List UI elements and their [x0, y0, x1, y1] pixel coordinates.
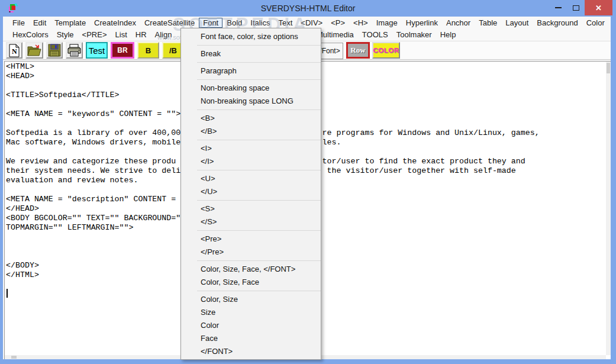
- font-menu-item-close-s[interactable]: </S>: [181, 215, 321, 228]
- menu-div[interactable]: <DIV>: [296, 18, 327, 28]
- horizontal-scrollbar-thumb[interactable]: [11, 356, 17, 359]
- menu-font[interactable]: Font: [199, 18, 222, 28]
- menu-template[interactable]: Template: [50, 18, 90, 28]
- menu-separator: [197, 170, 321, 170]
- menu-color[interactable]: Color: [582, 18, 609, 28]
- menu-pre[interactable]: <PRE>: [78, 30, 111, 40]
- font-menu-item-close-pre[interactable]: </Pre>: [181, 246, 321, 259]
- menu-anchor[interactable]: Anchor: [442, 18, 475, 28]
- menu-row2-right: MultimediaTOOLSToolmakerHelp: [312, 28, 460, 40]
- menu-help[interactable]: Help: [436, 30, 460, 40]
- vertical-scrollbar[interactable]: [606, 62, 611, 355]
- menu-image[interactable]: Image: [372, 18, 402, 28]
- svg-text:N: N: [12, 47, 17, 56]
- menu-separator: [197, 200, 321, 201]
- text-caret: [7, 289, 8, 298]
- menu-separator: [197, 291, 321, 291]
- vertical-scrollbar-thumb[interactable]: [607, 63, 610, 73]
- maximize-icon: [573, 5, 579, 11]
- test-button[interactable]: Test: [86, 42, 108, 59]
- font-menu-item-size[interactable]: Size: [181, 306, 321, 319]
- font-menu-item-u[interactable]: <U>: [181, 172, 321, 185]
- menu-separator: [197, 45, 321, 46]
- titlebar: SVERDYSH-HTML Editor ✕: [0, 0, 616, 17]
- app-window: SVERDYSH-HTML Editor ✕ FileEditTemplateC…: [0, 0, 616, 364]
- font-menu-item-pre[interactable]: <Pre>: [181, 233, 321, 246]
- font-menu-item-color-size-face-font[interactable]: Color, Size, Face, </FONT>: [181, 263, 321, 276]
- print-button[interactable]: [66, 42, 83, 59]
- open-folder-icon: [27, 44, 42, 57]
- row-button[interactable]: Row: [346, 42, 370, 59]
- font-menu-item-color-size-face[interactable]: Color, Size, Face: [181, 276, 321, 289]
- font-menu-item-s[interactable]: <S>: [181, 202, 321, 215]
- font-menu-item-b[interactable]: <B>: [181, 112, 321, 125]
- font-menu-item-i[interactable]: <I>: [181, 142, 321, 155]
- menu-hyperlink[interactable]: Hyperlink: [402, 18, 442, 28]
- menu-h[interactable]: <H>: [349, 18, 372, 28]
- font-menu-item-non-breaking-space-long[interactable]: Non-breaking space LONG: [181, 95, 321, 108]
- minimize-button[interactable]: [549, 0, 567, 15]
- maximize-button[interactable]: [567, 0, 585, 15]
- window-title: SVERDYSH-HTML Editor: [0, 0, 616, 17]
- bold-open-button[interactable]: B: [137, 42, 159, 59]
- font-menu-item-close-b[interactable]: </B>: [181, 125, 321, 138]
- menu-separator: [197, 109, 321, 110]
- menu-layout[interactable]: Layout: [501, 18, 533, 28]
- save-floppy-icon: [48, 44, 61, 57]
- menu-background[interactable]: Background: [533, 18, 582, 28]
- menu-row1: FileEditTemplateCreateIndexCreateSatelli…: [3, 17, 611, 28]
- printer-icon: [67, 44, 82, 57]
- color-button[interactable]: COLOR: [372, 42, 400, 59]
- menu-hr[interactable]: HR: [131, 30, 151, 40]
- font-menu-item-paragraph[interactable]: Paragraph: [181, 65, 321, 78]
- font-menu-item-close-i[interactable]: </I>: [181, 155, 321, 168]
- menu-hexcolors[interactable]: HexColors: [8, 30, 53, 40]
- minimize-icon: [555, 7, 562, 8]
- font-menu-item-font-face-color-size-options[interactable]: Font face, color, size options: [181, 30, 321, 43]
- menu-separator: [197, 140, 321, 140]
- font-menu-item-color-size[interactable]: Color, Size: [181, 293, 321, 306]
- menu-row2-left: HexColorsStyle<PRE>ListHRAlignBR: [8, 28, 195, 40]
- font-menu-item-non-breaking-space[interactable]: Non-breaking space: [181, 82, 321, 95]
- menu-separator: [197, 62, 321, 63]
- menu-style[interactable]: Style: [53, 30, 78, 40]
- menu-separator: [197, 260, 321, 261]
- open-file-button[interactable]: [25, 42, 43, 59]
- menu-createindex[interactable]: CreateIndex: [90, 18, 140, 28]
- menu-edit[interactable]: Edit: [29, 18, 50, 28]
- menu-createsatellite[interactable]: CreateSatellite: [140, 18, 199, 28]
- font-dropdown-menu: Font face, color, size optionsBreakParag…: [180, 28, 321, 360]
- new-document-icon: N: [8, 44, 20, 57]
- font-menu-item-color[interactable]: Color: [181, 319, 321, 332]
- menu-table[interactable]: Table: [475, 18, 501, 28]
- font-menu-item-close-u[interactable]: </U>: [181, 185, 321, 198]
- menu-toolmaker[interactable]: Toolmaker: [392, 30, 436, 40]
- menu-p[interactable]: <P>: [327, 18, 349, 28]
- save-button[interactable]: [46, 42, 63, 59]
- close-icon: ✕: [595, 4, 602, 12]
- menu-bold[interactable]: Bold: [222, 18, 246, 28]
- menu-file[interactable]: File: [8, 18, 29, 28]
- menu-separator: [197, 79, 321, 80]
- close-button[interactable]: ✕: [585, 0, 612, 15]
- font-menu-item-break[interactable]: Break: [181, 47, 321, 60]
- menu-align[interactable]: Align: [151, 30, 176, 40]
- font-menu-item-face[interactable]: Face: [181, 332, 321, 345]
- menu-list[interactable]: List: [111, 30, 131, 40]
- menu-italics[interactable]: Italics: [246, 18, 274, 28]
- font-menu-item-close-font[interactable]: </FONT>: [181, 345, 321, 358]
- br-button[interactable]: BR: [111, 42, 134, 59]
- new-document-button[interactable]: N: [6, 42, 22, 59]
- menu-text[interactable]: Text: [275, 18, 297, 28]
- menu-tools[interactable]: TOOLS: [358, 30, 392, 40]
- menu-separator: [197, 230, 321, 231]
